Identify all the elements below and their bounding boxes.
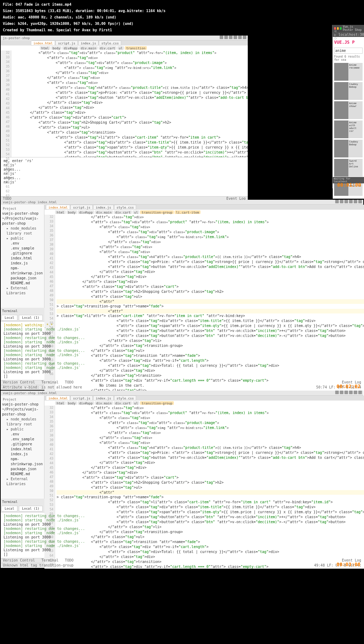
search-icon[interactable] xyxy=(358,391,362,394)
bc-main[interactable]: div.main xyxy=(95,210,113,214)
bc-ul[interactable]: ul xyxy=(133,401,139,405)
bc-cart[interactable]: div.cart xyxy=(114,401,132,405)
tree-item[interactable]: ▸ node_modules library root xyxy=(2,226,43,236)
term-tab-local-1[interactable]: Local (1) xyxy=(19,506,43,511)
product-thumb[interactable]: Anime recomme xyxy=(334,63,363,81)
stop-icon[interactable] xyxy=(229,36,232,39)
vc-tab[interactable]: Version Control xyxy=(3,380,35,384)
tree-item[interactable]: .env xyxy=(2,432,43,437)
tree-item[interactable]: .gitignore xyxy=(2,442,43,447)
bc-li-cart-item[interactable]: li.cart-item xyxy=(175,210,200,214)
vcs-icon[interactable] xyxy=(234,36,237,39)
project-sidebar[interactable]: Project vuejs-poster-shop ~/Projects/vue… xyxy=(1,396,44,499)
product-thumb[interactable]: Cowboy Bebop xyxy=(334,82,363,100)
debug-icon[interactable] xyxy=(340,391,343,394)
tree-item[interactable]: package.json xyxy=(2,467,43,472)
product-thumb[interactable]: Anime showr xyxy=(334,101,363,119)
terminal-tab[interactable]: Terminal xyxy=(41,558,58,562)
tree-item[interactable]: ▸ public xyxy=(2,427,43,432)
run-icon[interactable] xyxy=(335,391,339,394)
tree-item[interactable]: .env xyxy=(2,241,43,246)
todo-tab[interactable]: TODO xyxy=(65,380,74,384)
project-path[interactable]: vuejs-poster-shop index.html xyxy=(1,391,59,396)
product-thumb[interactable]: Cowboy Bebop xyxy=(334,140,363,157)
product-thumb[interactable]: Anime with adult cor xyxy=(334,120,363,138)
bc-html[interactable]: html xyxy=(55,210,66,214)
address-bar[interactable]: ◁ ▷ ⟳localhost:3000 xyxy=(333,32,364,37)
bc-transition-group[interactable]: transition-group xyxy=(140,210,174,214)
term-tab-local[interactable]: Local xyxy=(1,315,17,321)
bc-body[interactable]: body xyxy=(66,210,77,214)
tree-item[interactable]: .gitignore xyxy=(2,251,43,256)
search-input[interactable]: anime xyxy=(334,48,363,54)
bc-html[interactable]: html xyxy=(40,46,50,50)
project-sidebar[interactable]: Project vuejs-poster-shop ~/Projects/vue… xyxy=(1,205,44,308)
tree-item[interactable]: ▸ node_modules library root xyxy=(2,417,43,427)
product-thumb[interactable]: Sword Art Online xyxy=(334,159,363,177)
tab-index-html[interactable]: index.html xyxy=(46,205,70,210)
todo-tab[interactable]: TODO xyxy=(65,558,74,562)
maximize-icon[interactable] xyxy=(340,27,342,30)
term-tab-local-1[interactable]: Local (1) xyxy=(19,315,43,321)
tree-item[interactable]: ▸ External Libraries xyxy=(2,477,43,487)
tree-item[interactable]: package.json xyxy=(2,276,43,281)
debug-icon[interactable] xyxy=(340,200,343,203)
tree-item[interactable]: index.html xyxy=(2,447,43,452)
minimize-icon[interactable] xyxy=(337,27,339,30)
stop-icon[interactable] xyxy=(344,391,348,394)
tree-item[interactable]: index.js xyxy=(2,261,43,266)
tab-style-css[interactable]: style.css xyxy=(114,205,136,210)
tree-item[interactable]: index.js xyxy=(2,452,43,457)
bc-main[interactable]: div.main xyxy=(95,401,113,405)
code-editor[interactable]: </"attr"> class="tag">div> <"attr"> clas… xyxy=(55,406,364,569)
project-path[interactable]: vuejs-poster-shop index.html xyxy=(1,200,59,205)
bc-body[interactable]: body xyxy=(51,46,62,50)
search-icon[interactable] xyxy=(243,36,246,39)
tab-script-js[interactable]: script.js xyxy=(70,396,93,401)
bc-app[interactable]: div#app xyxy=(62,46,79,50)
tab-script-js[interactable]: script.js xyxy=(55,41,78,45)
run-icon[interactable] xyxy=(335,200,339,203)
tab-index-html[interactable]: index.html xyxy=(46,396,70,401)
bc-transition-group[interactable]: transition-group xyxy=(140,401,174,405)
tree-item[interactable]: index.html xyxy=(2,256,43,261)
tree-item[interactable]: .env_sample xyxy=(2,437,43,442)
project-tab[interactable]: js-poster-shop xyxy=(1,36,32,41)
bc-html[interactable]: html xyxy=(55,401,66,405)
tree-item[interactable]: README.md xyxy=(2,472,43,477)
code-editor[interactable]: <"attr"> class="tag">div"attr"> class="p… xyxy=(11,50,248,157)
run-icon[interactable] xyxy=(220,36,223,39)
project-root[interactable]: vuejs-poster-shop ~/Projects/vuejs-poste… xyxy=(2,402,43,417)
bc-ul[interactable]: ul xyxy=(133,210,139,214)
tab-script-js[interactable]: script.js xyxy=(70,205,93,210)
terminal-tab[interactable]: Terminal xyxy=(41,380,58,384)
tab-index-js[interactable]: index.js xyxy=(78,41,98,45)
term-tab-local[interactable]: Local xyxy=(1,506,17,511)
terminal-output[interactable]: me, enter 'rs'nx.js'anges...nx.js'anges.… xyxy=(1,157,248,196)
tab-index-html[interactable]: index.html xyxy=(31,41,55,45)
settings-icon[interactable] xyxy=(354,391,357,394)
tree-item[interactable]: ▸ External Libraries xyxy=(2,286,43,296)
debug-icon[interactable] xyxy=(224,36,228,39)
tree-item[interactable]: README.md xyxy=(2,281,43,286)
tab-style-css[interactable]: style.css xyxy=(99,41,121,45)
vcs-icon[interactable] xyxy=(349,200,353,203)
bc-cart[interactable]: div.cart xyxy=(114,210,132,214)
tab-index-js[interactable]: index.js xyxy=(93,396,113,401)
tree-item[interactable]: npm-shrinkwrap.json xyxy=(2,266,43,276)
tab-index-js[interactable]: index.js xyxy=(93,205,113,210)
code-editor[interactable]: </"attr"> class="tag">div> <"attr"> clas… xyxy=(55,215,364,398)
vcs-icon[interactable] xyxy=(349,391,353,394)
stop-icon[interactable] xyxy=(344,200,348,203)
bc-app[interactable]: div#app xyxy=(78,210,94,214)
bc-body[interactable]: body xyxy=(66,401,77,405)
bc-main[interactable]: div.main xyxy=(79,46,97,50)
project-root[interactable]: vuejs-poster-shop ~/Projects/vuejs-poste… xyxy=(2,211,43,226)
bc-transition[interactable]: transition xyxy=(125,46,147,50)
tree-item[interactable]: ▸ public xyxy=(2,236,43,241)
tab-style-css[interactable]: style.css xyxy=(114,396,136,401)
bc-app[interactable]: div#app xyxy=(78,401,94,405)
bc-cart[interactable]: div.cart xyxy=(98,46,117,50)
bc-ul[interactable]: ul xyxy=(117,46,124,50)
vc-tab[interactable]: Version Control xyxy=(3,558,35,562)
